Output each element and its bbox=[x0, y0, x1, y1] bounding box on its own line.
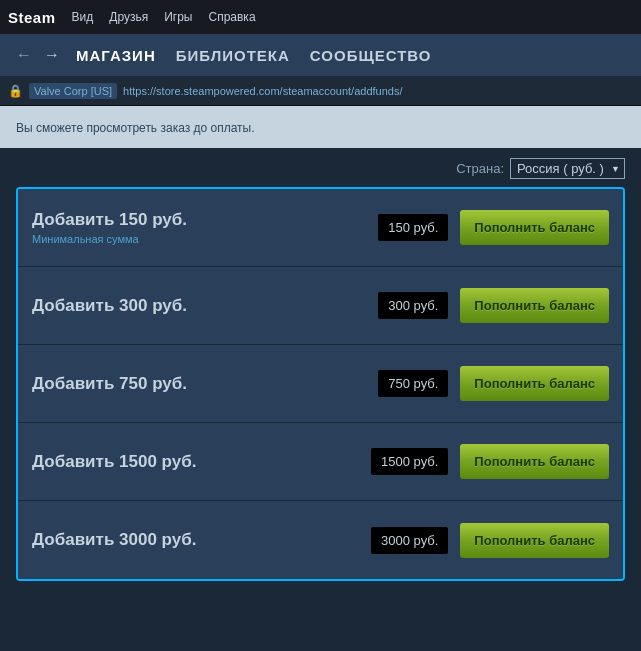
fund-amount-0: 150 руб. bbox=[378, 214, 448, 241]
address-bar: 🔒 Valve Corp [US] https://store.steampow… bbox=[0, 76, 641, 106]
fund-info-0: Добавить 150 руб. Минимальная сумма bbox=[32, 210, 366, 245]
fund-info-1: Добавить 300 руб. bbox=[32, 296, 366, 316]
fund-row-0: Добавить 150 руб. Минимальная сумма 150 … bbox=[18, 189, 623, 267]
menu-item-view[interactable]: Вид bbox=[72, 10, 94, 24]
back-button[interactable]: ← bbox=[12, 44, 36, 66]
fund-title-4: Добавить 3000 руб. bbox=[32, 530, 359, 550]
fund-btn-0[interactable]: Пополнить баланс bbox=[460, 210, 609, 245]
menu-item-help[interactable]: Справка bbox=[208, 10, 255, 24]
fund-info-4: Добавить 3000 руб. bbox=[32, 530, 359, 550]
menu-item-games[interactable]: Игры bbox=[164, 10, 192, 24]
fund-subtitle-0: Минимальная сумма bbox=[32, 233, 366, 245]
fund-btn-3[interactable]: Пополнить баланс bbox=[460, 444, 609, 479]
nav-bar: ← → МАГАЗИН БИБЛИОТЕКА СООБЩЕСТВО bbox=[0, 34, 641, 76]
fund-row-1: Добавить 300 руб. 300 руб. Пополнить бал… bbox=[18, 267, 623, 345]
forward-button[interactable]: → bbox=[40, 44, 64, 66]
fund-btn-2[interactable]: Пополнить баланс bbox=[460, 366, 609, 401]
nav-store[interactable]: МАГАЗИН bbox=[76, 47, 156, 64]
fund-amount-1: 300 руб. bbox=[378, 292, 448, 319]
country-label: Страна: bbox=[456, 161, 504, 176]
fund-title-1: Добавить 300 руб. bbox=[32, 296, 366, 316]
country-select[interactable]: Россия ( руб. ) bbox=[510, 158, 625, 179]
lock-icon: 🔒 bbox=[8, 84, 23, 98]
fund-row-4: Добавить 3000 руб. 3000 руб. Пополнить б… bbox=[18, 501, 623, 579]
fund-title-3: Добавить 1500 руб. bbox=[32, 452, 359, 472]
menu-bar: Steam Вид Друзья Игры Справка bbox=[0, 0, 641, 34]
fund-amount-2: 750 руб. bbox=[378, 370, 448, 397]
address-url[interactable]: https://store.steampowered.com/steamacco… bbox=[123, 85, 402, 97]
nav-links: МАГАЗИН БИБЛИОТЕКА СООБЩЕСТВО bbox=[76, 47, 629, 64]
info-text: Вы сможете просмотреть заказ до оплаты. bbox=[16, 121, 255, 135]
fund-info-3: Добавить 1500 руб. bbox=[32, 452, 359, 472]
site-label: Valve Corp [US] bbox=[29, 83, 117, 99]
page-area: Страна: Россия ( руб. ) Добавить 150 руб… bbox=[0, 148, 641, 597]
steam-logo: Steam bbox=[8, 9, 56, 26]
fund-amount-4: 3000 руб. bbox=[371, 527, 448, 554]
fund-btn-1[interactable]: Пополнить баланс bbox=[460, 288, 609, 323]
fund-row-2: Добавить 750 руб. 750 руб. Пополнить бал… bbox=[18, 345, 623, 423]
info-bar: Вы сможете просмотреть заказ до оплаты. bbox=[0, 106, 641, 148]
fund-info-2: Добавить 750 руб. bbox=[32, 374, 366, 394]
fund-title-2: Добавить 750 руб. bbox=[32, 374, 366, 394]
fund-btn-4[interactable]: Пополнить баланс bbox=[460, 523, 609, 558]
country-wrapper[interactable]: Россия ( руб. ) bbox=[510, 158, 625, 179]
fund-amount-3: 1500 руб. bbox=[371, 448, 448, 475]
menu-item-friends[interactable]: Друзья bbox=[109, 10, 148, 24]
nav-community[interactable]: СООБЩЕСТВО bbox=[310, 47, 432, 64]
fund-title-0: Добавить 150 руб. bbox=[32, 210, 366, 230]
fund-row-3: Добавить 1500 руб. 1500 руб. Пополнить б… bbox=[18, 423, 623, 501]
nav-arrows: ← → bbox=[12, 44, 64, 66]
funds-container: Добавить 150 руб. Минимальная сумма 150 … bbox=[16, 187, 625, 581]
nav-library[interactable]: БИБЛИОТЕКА bbox=[176, 47, 290, 64]
country-row: Страна: Россия ( руб. ) bbox=[16, 148, 625, 187]
